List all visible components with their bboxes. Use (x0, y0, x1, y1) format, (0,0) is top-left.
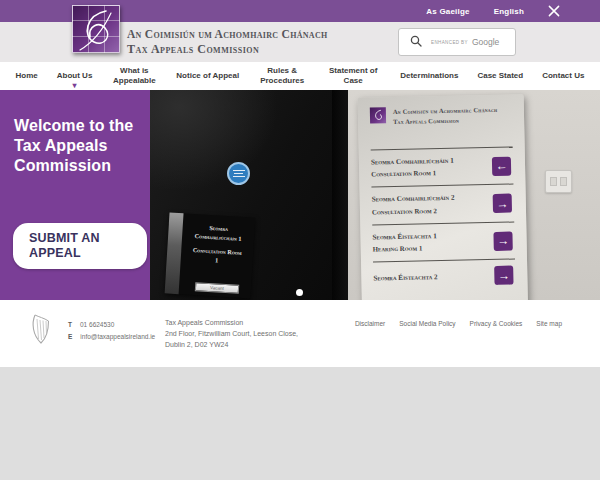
light-switch (545, 170, 572, 193)
nav-item-about-us-label: About Us (57, 71, 93, 80)
hero-heading: Welcome to the Tax Appeals Commission (14, 116, 138, 176)
nav-item-about-us[interactable]: About Us ▾ (57, 71, 93, 81)
directory-row-hearing-2: Seomra Éisteachta 2 → (373, 259, 516, 294)
logo-swirl-icon (73, 6, 121, 54)
footer-contact: T 01 6624530 E info@taxappealsireland.ie (68, 321, 155, 345)
footer-link-disclaimer[interactable]: Disclaimer (355, 320, 385, 327)
directory-row-consultation-2: Seomra Comhairliúcháin 2 Consultation Ro… (371, 184, 514, 224)
chevron-down-icon: ▾ (73, 82, 77, 90)
submit-appeal-button[interactable]: SUBMIT AN APPEAL (13, 223, 147, 269)
irish-harp-icon (30, 313, 51, 350)
directory-row-hearing-1: Seomra Éisteachta 1 Hearing Room 1 → (372, 221, 515, 261)
footer-link-social-media-policy[interactable]: Social Media Policy (399, 320, 455, 327)
search-input[interactable]: enhanced by Google (398, 28, 516, 56)
room-name-english: Consultation Room 1 (371, 167, 454, 181)
submit-appeal-label: SUBMIT AN APPEAL (29, 231, 121, 261)
main-nav: Home About Us ▾ What is Appealable Notic… (0, 62, 600, 90)
language-link-irish[interactable]: As Gaeilge (426, 7, 469, 16)
arrow-right-icon: → (493, 231, 512, 250)
footer-link-site-map[interactable]: Site map (536, 320, 562, 327)
page: As Gaeilge English An Coimisiún um Achom… (0, 0, 600, 480)
footer-links: Disclaimer Social Media Policy Privacy &… (355, 320, 562, 327)
site-footer: T 01 6624530 E info@taxappealsireland.ie… (0, 300, 600, 367)
site-title-irish: An Coimisiún um Achomhairc Chánach (127, 28, 328, 42)
door-sign-irish: Seomra Comhairliúcháin 1 (187, 223, 250, 244)
room-name-irish: Seomra Éisteachta 1 (372, 230, 436, 244)
nav-item-rules-procedures[interactable]: Rules & Procedures (258, 66, 306, 85)
site-title-english: Tax Appeals Commission (127, 42, 328, 57)
phone-label: T (68, 321, 72, 328)
room-name-irish: Seomra Éisteachta 2 (373, 271, 437, 285)
directory-title-irish: An Coimisiún um Achomhairc Chánach (393, 106, 498, 115)
nav-item-notice-of-appeal[interactable]: Notice of Appeal (176, 71, 239, 81)
hero-photo-office-signage: An Coimisiún um Achomhairc Chánach Tax A… (150, 90, 600, 300)
footer-address: Tax Appeals Commission 2nd Floor, Fitzwi… (165, 318, 298, 351)
wall-directory-sign: An Coimisiún um Achomhairc Chánach Tax A… (358, 94, 529, 300)
phone-number[interactable]: 01 6624530 (80, 321, 114, 328)
room-name-english: Hearing Room 1 (373, 243, 437, 256)
nav-item-case-stated[interactable]: Case Stated (477, 71, 523, 81)
carousel-dot-active[interactable] (296, 289, 303, 296)
nav-item-home[interactable]: Home (16, 71, 38, 81)
language-link-english[interactable]: English (494, 7, 524, 16)
site-title: An Coimisiún um Achomhairc Chánach Tax A… (127, 28, 328, 57)
nav-item-what-is-appealable[interactable]: What is Appealable (111, 66, 157, 85)
address-line-2: Dublin 2, D02 YW24 (165, 340, 298, 351)
site-header: An Coimisiún um Achomhairc Chánach Tax A… (0, 22, 600, 62)
arrow-right-icon: → (494, 266, 513, 285)
photo-door-frame (332, 90, 348, 300)
directory-title-english: Tax Appeals Commission (393, 117, 459, 125)
directory-row-consultation-1: Seomra Comhairliúcháin 1 Consultation Ro… (371, 146, 514, 186)
hero-purple-panel: Welcome to the Tax Appeals Commission SU… (0, 90, 150, 300)
nav-item-statement-of-case[interactable]: Statement of Case (325, 66, 381, 85)
org-name: Tax Appeals Commission (165, 318, 298, 329)
nav-item-determinations[interactable]: Determinations (400, 71, 458, 81)
room-name-irish: Seomra Comhairliúcháin 1 (371, 155, 454, 169)
arrow-right-icon: → (493, 194, 512, 213)
vacant-slider: Vacant (195, 282, 239, 294)
x-social-icon[interactable] (548, 5, 560, 17)
directory-rows: Seomra Comhairliúcháin 1 Consultation Ro… (371, 146, 516, 293)
door-sign-english: Consultation Room 1 (191, 246, 242, 266)
door-sign-consultation-room-1: Seomra Comhairliúcháin 1 Consultation Ro… (165, 212, 256, 298)
arrow-left-icon: ← (492, 156, 511, 175)
room-name-irish: Seomra Comhairliúcháin 2 (372, 192, 455, 206)
email-address[interactable]: info@taxappealsireland.ie (80, 333, 155, 340)
magnifier-icon (410, 33, 422, 51)
directory-sign-logo (370, 107, 386, 123)
hero-carousel: An Coimisiún um Achomhairc Chánach Tax A… (0, 90, 600, 300)
room-name-english: Consultation Room 2 (372, 205, 455, 219)
address-line-1: 2nd Floor, Fitzwilliam Court, Leeson Clo… (165, 329, 298, 340)
directory-sign-header: An Coimisiún um Achomhairc Chánach Tax A… (370, 105, 512, 128)
search-watermark-google: Google (472, 37, 499, 47)
fire-door-sticker (227, 162, 250, 185)
nav-item-contact-us[interactable]: Contact Us (542, 71, 584, 81)
footer-link-privacy-cookies[interactable]: Privacy & Cookies (470, 320, 523, 327)
tax-appeals-commission-logo[interactable] (72, 5, 120, 53)
search-watermark-prefix: enhanced by (431, 40, 468, 45)
email-label: E (68, 333, 72, 340)
directory-sign-title: An Coimisiún um Achomhairc Chánach Tax A… (393, 105, 498, 127)
